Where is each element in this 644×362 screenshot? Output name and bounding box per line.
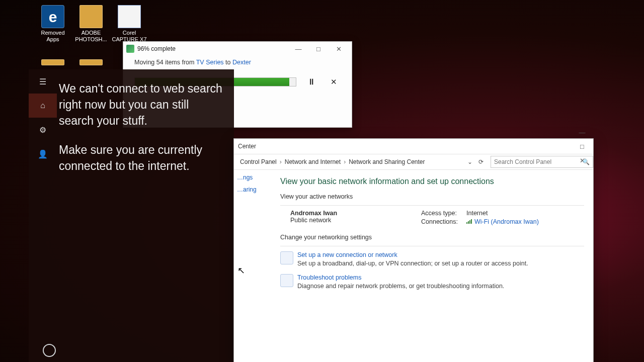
desktop-icon-partial-1[interactable] — [35, 59, 70, 67]
desktop-icon-label: ADOBE PHOTOSH... — [73, 30, 109, 43]
desktop-icon-label: Removed Apps — [35, 30, 70, 43]
access-type-value: Internet — [466, 210, 488, 217]
option-troubleshoot: Troubleshoot problems Diagnose and repai… — [280, 274, 584, 290]
search-input[interactable]: Search Control Panel 🔍 — [491, 156, 593, 168]
task-pane: …ngs …aring — [234, 170, 279, 362]
cortana-ring-icon[interactable] — [43, 344, 56, 357]
window-titlebar[interactable]: Center — □ ✕ — [234, 139, 593, 154]
task-link[interactable]: …ngs — [237, 174, 279, 181]
chevron-right-icon: › — [279, 158, 283, 165]
network-profile: Public network — [290, 217, 331, 224]
minimize-button[interactable]: — — [288, 43, 308, 55]
desktop-icon-removed-apps[interactable]: e Removed Apps — [35, 5, 70, 43]
change-settings-label: Change your networking settings — [280, 234, 584, 241]
document-icon — [118, 5, 141, 28]
folder-icon — [79, 5, 103, 28]
settings-button[interactable]: ⚙ — [29, 118, 57, 142]
copy-prefix: Moving 54 items from — [134, 59, 196, 66]
dialog-title: 96% complete — [137, 45, 176, 52]
transfer-icon — [126, 45, 134, 53]
pause-button[interactable]: ⅠⅠ — [304, 75, 318, 89]
desktop-icon-corel[interactable]: Corel CAPTURE X7 — [112, 5, 147, 43]
cortana-message-1: We can't connect to web search right now… — [59, 80, 224, 129]
dialog-titlebar[interactable]: 96% complete — □ ✕ — [123, 42, 352, 56]
window-title: Center — [238, 143, 256, 150]
network-sharing-center-window: Center — □ ✕ Control Panel› Network and … — [233, 138, 594, 362]
troubleshoot-desc: Diagnose and repair network problems, or… — [297, 283, 504, 290]
breadcrumb[interactable]: Network and Sharing Center — [347, 158, 427, 165]
folder-icon — [41, 59, 64, 65]
search-icon: 🔍 — [582, 158, 590, 165]
cancel-button[interactable]: ✕ — [327, 75, 341, 89]
refresh-button[interactable]: ⟳ — [475, 158, 487, 165]
desktop-icon-photoshop[interactable]: ADOBE PHOTOSH... — [73, 5, 109, 43]
cortana-rail: ☰ ⌂ ⚙ 👤 — [29, 69, 57, 362]
troubleshoot-link[interactable]: Troubleshoot problems — [297, 274, 504, 281]
maximize-button[interactable]: □ — [571, 139, 593, 153]
connection-link[interactable]: Wi-Fi (Andromax Iwan) — [466, 218, 539, 225]
chevron-right-icon: › — [343, 158, 347, 165]
copy-description: Moving 54 items from TV Series to Dexter — [134, 59, 341, 66]
wifi-signal-icon — [466, 219, 472, 224]
close-button[interactable]: ✕ — [329, 43, 349, 55]
active-networks-label: View your active networks — [280, 193, 584, 200]
connection-name: Wi-Fi (Andromax Iwan) — [474, 218, 539, 225]
desktop-icon-partial-2[interactable] — [73, 59, 109, 67]
copy-mid: to — [224, 59, 232, 66]
cortana-panel: ☰ ⌂ ⚙ 👤 We can't connect to web search r… — [29, 69, 234, 362]
copy-dest-link[interactable]: Dexter — [232, 59, 251, 66]
setup-connection-link[interactable]: Set up a new connection or network — [297, 251, 528, 258]
feedback-button[interactable]: 👤 — [29, 142, 57, 166]
folder-icon — [79, 59, 103, 65]
maximize-button[interactable]: □ — [308, 43, 329, 55]
address-dropdown[interactable]: ⌄ — [464, 158, 475, 165]
connection-icon — [280, 251, 293, 264]
page-heading: View your basic network information and … — [280, 177, 584, 186]
divider — [280, 205, 584, 206]
connections-label: Connections: — [421, 218, 466, 225]
menu-button[interactable]: ☰ — [29, 69, 57, 94]
edge-icon: e — [41, 5, 64, 28]
cortana-message-2: Make sure you are currently connected to… — [59, 142, 224, 174]
troubleshoot-icon — [280, 274, 293, 287]
breadcrumb[interactable]: Network and Internet — [283, 158, 343, 165]
task-link[interactable]: …aring — [237, 186, 279, 193]
access-type-label: Access type: — [421, 210, 466, 217]
address-bar[interactable]: Control Panel› Network and Internet› Net… — [234, 154, 593, 170]
copy-source-link[interactable]: TV Series — [196, 59, 224, 66]
setup-connection-desc: Set up a broadband, dial-up, or VPN conn… — [297, 260, 528, 267]
home-button[interactable]: ⌂ — [29, 94, 57, 118]
divider — [280, 246, 584, 246]
search-placeholder: Search Control Panel — [494, 158, 551, 165]
option-setup-connection: Set up a new connection or network Set u… — [280, 251, 584, 267]
minimize-button[interactable]: — — [571, 125, 593, 139]
network-name: Andromax Iwan — [290, 210, 337, 217]
breadcrumb[interactable]: Control Panel — [238, 158, 279, 165]
